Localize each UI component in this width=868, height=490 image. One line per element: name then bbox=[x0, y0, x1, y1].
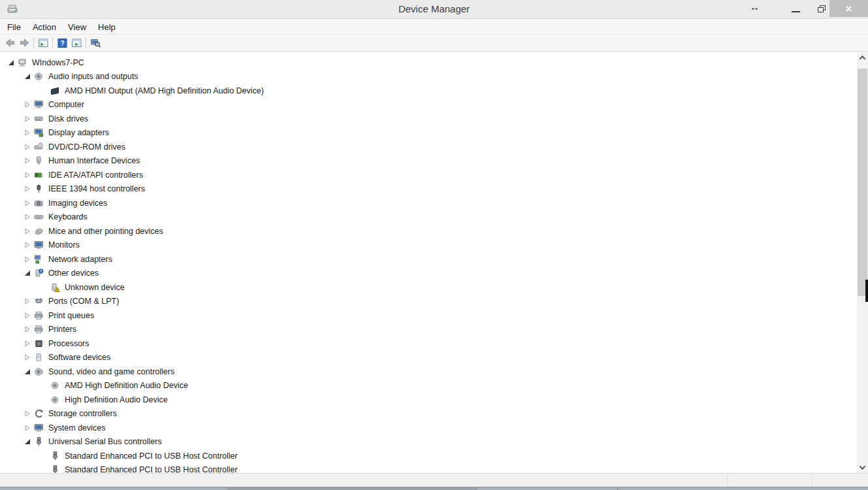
expander-expanded-icon[interactable] bbox=[22, 436, 33, 447]
tree-item-label: Other devices bbox=[48, 269, 99, 278]
tree-item[interactable]: Audio inputs and outputs bbox=[0, 70, 857, 84]
expander-collapsed-icon[interactable] bbox=[22, 127, 33, 138]
tree-item[interactable]: High Definition Audio Device bbox=[0, 393, 857, 407]
show-action-pane-button[interactable] bbox=[69, 37, 84, 50]
vertical-scrollbar[interactable] bbox=[857, 52, 868, 473]
scan-hardware-button[interactable] bbox=[88, 37, 103, 50]
device-tree-panel: WIndows7-PC Audio inputs and outputs AMD… bbox=[0, 52, 868, 473]
expander-collapsed-icon[interactable] bbox=[22, 198, 33, 208]
tree-item[interactable]: AMD HDMI Output (AMD High Definition Aud… bbox=[0, 84, 857, 98]
expander-collapsed-icon[interactable] bbox=[22, 226, 33, 237]
tree-item[interactable]: Mice and other pointing devices bbox=[0, 224, 857, 238]
show-console-tree-icon bbox=[38, 38, 49, 48]
tree-item-label: Keyboards bbox=[48, 212, 88, 221]
tree-item[interactable]: Network adapters bbox=[0, 252, 857, 267]
tree-item[interactable]: Human Interface Devices bbox=[0, 154, 857, 169]
expander-collapsed-icon[interactable] bbox=[22, 240, 33, 250]
other-device-icon: ? bbox=[33, 268, 44, 278]
tree-item[interactable]: Display adapters bbox=[0, 126, 857, 140]
expander-collapsed-icon[interactable] bbox=[22, 254, 33, 265]
menu-action[interactable]: Action bbox=[27, 20, 62, 35]
expander-collapsed-icon[interactable] bbox=[22, 324, 33, 335]
expander-expanded-icon[interactable] bbox=[5, 57, 17, 68]
tree-item[interactable]: Computer bbox=[0, 98, 857, 112]
expander-expanded-icon[interactable] bbox=[22, 367, 33, 377]
scroll-up-button[interactable] bbox=[857, 52, 868, 63]
ports-icon bbox=[33, 296, 44, 306]
expander-collapsed-icon[interactable] bbox=[22, 212, 33, 222]
tree-item-label: Storage controllers bbox=[48, 409, 117, 418]
tree-item-label: WIndows7-PC bbox=[32, 58, 84, 67]
status-bar bbox=[0, 473, 868, 487]
toolbar-separator bbox=[86, 37, 86, 49]
usb-icon bbox=[50, 451, 61, 461]
horizontal-resize-cursor-icon: ↔ bbox=[750, 1, 760, 12]
expander-expanded-icon[interactable] bbox=[22, 268, 33, 278]
help-button[interactable]: ? bbox=[55, 37, 69, 50]
tree-item[interactable]: Disk drives bbox=[0, 112, 857, 126]
tree-item[interactable]: Printers bbox=[0, 323, 857, 337]
tree-item[interactable]: Standard Enhanced PCI to USB Host Contro… bbox=[0, 449, 857, 463]
menu-help[interactable]: Help bbox=[92, 20, 121, 35]
expander-collapsed-icon[interactable] bbox=[22, 99, 33, 110]
forward-button[interactable] bbox=[17, 37, 31, 50]
expander-collapsed-icon[interactable] bbox=[22, 296, 33, 306]
expander-collapsed-icon[interactable] bbox=[22, 184, 33, 194]
tree-item[interactable]: Keyboards bbox=[0, 210, 857, 225]
tree-item[interactable]: System devices bbox=[0, 421, 857, 435]
tree-item[interactable]: Standard Enhanced PCI to USB Host Contro… bbox=[0, 463, 857, 474]
tree-item[interactable]: Storage controllers bbox=[0, 407, 857, 421]
tree-item[interactable]: Processors bbox=[0, 336, 857, 351]
expander-collapsed-icon[interactable] bbox=[22, 408, 33, 419]
back-button[interactable] bbox=[3, 37, 17, 50]
restore-icon bbox=[818, 5, 826, 12]
ide-controller-icon bbox=[33, 170, 44, 180]
tree-item-label: Software devices bbox=[48, 353, 110, 362]
show-console-tree-button[interactable] bbox=[36, 37, 50, 50]
tree-item[interactable]: WIndows7-PC bbox=[0, 56, 857, 70]
scrollbar-thumb[interactable] bbox=[858, 69, 867, 296]
expander-expanded-icon[interactable] bbox=[22, 71, 33, 82]
tree-item[interactable]: Sound, video and game controllers bbox=[0, 365, 857, 379]
minimize-button[interactable] bbox=[781, 0, 810, 18]
tree-item[interactable]: AMD High Definition Audio Device bbox=[0, 379, 857, 393]
menu-view[interactable]: View bbox=[62, 20, 92, 35]
tree-item[interactable]: IDE ATA/ATAPI controllers bbox=[0, 168, 857, 182]
tree-item-label: DVD/CD-ROM drives bbox=[48, 142, 125, 152]
toolbar: ? bbox=[0, 35, 868, 52]
tree-item[interactable]: Imaging devices bbox=[0, 196, 857, 210]
close-button[interactable]: × bbox=[829, 0, 868, 17]
keyboard-icon bbox=[33, 212, 44, 222]
expander-collapsed-icon[interactable] bbox=[22, 338, 33, 349]
usb-icon bbox=[50, 465, 61, 473]
tree-item[interactable]: DVD/CD-ROM drives bbox=[0, 140, 857, 154]
expander-collapsed-icon[interactable] bbox=[22, 170, 33, 180]
tree-item[interactable]: ! Unknown device bbox=[0, 280, 857, 295]
minimize-icon bbox=[792, 11, 800, 12]
usb-icon bbox=[33, 436, 44, 447]
tree-item[interactable]: IEEE 1394 host controllers bbox=[0, 182, 857, 197]
chevron-down-icon bbox=[860, 463, 866, 470]
expander-collapsed-icon[interactable] bbox=[22, 155, 33, 166]
expander-collapsed-icon[interactable] bbox=[22, 423, 33, 433]
processor-icon bbox=[33, 338, 44, 349]
tree-item[interactable]: ? Other devices bbox=[0, 267, 857, 281]
tree-item[interactable]: Monitors bbox=[0, 238, 857, 253]
tree-item[interactable]: Software devices bbox=[0, 351, 857, 365]
expander-collapsed-icon[interactable] bbox=[22, 352, 33, 363]
tree-item[interactable]: Universal Serial Bus controllers bbox=[0, 435, 857, 449]
status-separator bbox=[812, 475, 812, 486]
monitor-icon bbox=[33, 240, 44, 250]
expander-collapsed-icon[interactable] bbox=[22, 310, 33, 321]
tree-item-label: High Definition Audio Device bbox=[65, 395, 168, 404]
sound-device-icon bbox=[50, 395, 61, 405]
expander-collapsed-icon[interactable] bbox=[22, 142, 33, 152]
tree-item-label: Unknown device bbox=[65, 283, 125, 292]
menu-bar: File Action View Help bbox=[0, 20, 868, 35]
scroll-down-button[interactable] bbox=[857, 462, 868, 473]
menu-file[interactable]: File bbox=[1, 20, 27, 35]
tree-item[interactable]: Print queues bbox=[0, 308, 857, 323]
disk-drive-icon bbox=[33, 114, 44, 124]
expander-collapsed-icon[interactable] bbox=[22, 114, 33, 124]
tree-item[interactable]: Ports (COM & LPT) bbox=[0, 295, 857, 309]
